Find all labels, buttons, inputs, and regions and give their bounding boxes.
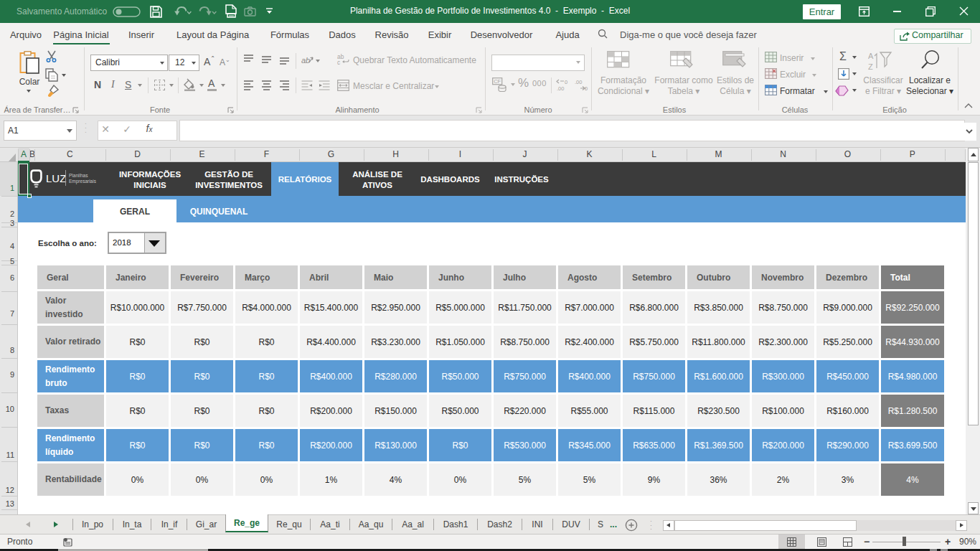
svg-text:CF: CF	[494, 78, 501, 85]
svg-text:.00: .00	[557, 85, 564, 91]
svg-text:0: 0	[585, 85, 588, 91]
svg-text:A: A	[868, 52, 874, 60]
svg-text:Z: Z	[868, 62, 873, 71]
svg-text:ab: ab	[301, 56, 310, 65]
svg-text:.00: .00	[575, 79, 582, 85]
svg-text:0: 0	[565, 79, 567, 85]
